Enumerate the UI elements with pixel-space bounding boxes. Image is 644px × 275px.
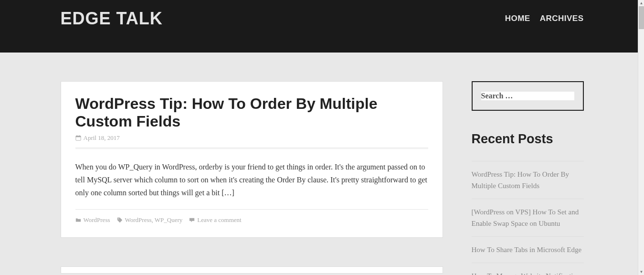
list-item: How To Share Tabs in Microsoft Edge <box>472 236 584 263</box>
folder-icon <box>75 217 81 223</box>
post-title[interactable]: WordPress Tip: How To Order By Multiple … <box>75 95 428 130</box>
search-input[interactable] <box>481 92 574 100</box>
search-box[interactable] <box>472 81 584 111</box>
recent-post-link[interactable]: [WordPress on VPS] How To Set and Enable… <box>472 208 579 227</box>
nav-archives[interactable]: ARCHIVES <box>540 14 584 23</box>
post-tags[interactable]: WordPress, WP_Query <box>125 216 183 224</box>
comment-icon <box>189 217 195 223</box>
tag-icon <box>117 217 123 223</box>
site-header: EDGE TALK HOME ARCHIVES <box>0 0 644 53</box>
recent-post-link[interactable]: How To Share Tabs in Microsoft Edge <box>472 246 582 254</box>
sidebar: Recent Posts WordPress Tip: How To Order… <box>472 81 584 275</box>
svg-rect-3 <box>79 135 80 137</box>
scroll-down-arrow[interactable]: ▼ <box>638 269 644 275</box>
list-item: [WordPress on VPS] How To Set and Enable… <box>472 199 584 236</box>
svg-point-4 <box>118 218 119 219</box>
divider <box>75 148 428 149</box>
post-footer: WordPress WordPress, WP_Query Leave a co… <box>75 216 428 224</box>
site-title[interactable]: EDGE TALK <box>61 9 163 29</box>
post-comment-link[interactable]: Leave a comment <box>197 216 241 224</box>
svg-rect-1 <box>75 136 80 138</box>
post-excerpt: When you do WP_Query in WordPress, order… <box>75 160 428 200</box>
next-post-peek <box>61 266 443 274</box>
list-item: How To Manage Website Notifications in M… <box>472 263 584 275</box>
recent-posts-title: Recent Posts <box>472 132 584 147</box>
scrollbar[interactable]: ▲ ▼ <box>638 0 644 275</box>
list-item: WordPress Tip: How To Order By Multiple … <box>472 161 584 199</box>
post-category[interactable]: WordPress <box>84 216 110 224</box>
post-meta: April 18, 2017 <box>75 134 428 142</box>
main-container: WordPress Tip: How To Order By Multiple … <box>55 81 590 275</box>
main-content: WordPress Tip: How To Order By Multiple … <box>61 81 443 275</box>
main-nav: HOME ARCHIVES <box>505 14 584 23</box>
post-card: WordPress Tip: How To Order By Multiple … <box>61 81 443 238</box>
scroll-up-arrow[interactable]: ▲ <box>638 0 644 6</box>
recent-post-link[interactable]: WordPress Tip: How To Order By Multiple … <box>472 170 570 190</box>
svg-rect-2 <box>76 135 77 137</box>
scrollbar-thumb[interactable] <box>639 6 644 29</box>
recent-post-link[interactable]: How To Manage Website Notifications in M… <box>472 272 583 275</box>
post-date[interactable]: April 18, 2017 <box>84 134 120 142</box>
nav-home[interactable]: HOME <box>505 14 530 23</box>
divider <box>75 209 428 210</box>
calendar-icon <box>75 135 81 141</box>
recent-posts-list: WordPress Tip: How To Order By Multiple … <box>472 161 584 275</box>
